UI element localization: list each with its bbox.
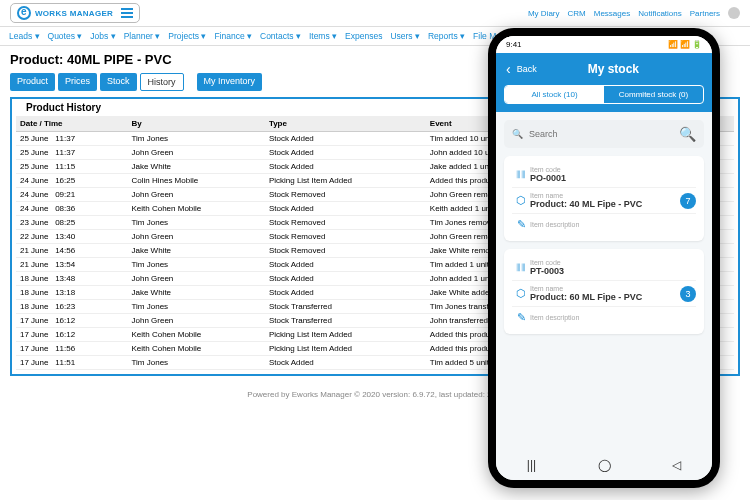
menu-item[interactable]: Finance ▾ — [211, 29, 255, 43]
link-crm[interactable]: CRM — [568, 9, 586, 18]
box-icon: ⬡ — [512, 287, 530, 300]
menu-item[interactable]: Reports ▾ — [425, 29, 468, 43]
menu-item[interactable]: Quotes ▾ — [45, 29, 86, 43]
stock-card[interactable]: ⦀⦀Item codePO-0001⬡Item nameProduct: 40 … — [504, 156, 704, 241]
menu-item[interactable]: Expenses — [342, 29, 385, 43]
link-messages[interactable]: Messages — [594, 9, 630, 18]
stock-card[interactable]: ⦀⦀Item codePT-0003⬡Item nameProduct: 60 … — [504, 249, 704, 334]
search-icon: 🔍 — [512, 129, 523, 139]
phone-navbar: ||| ◯ ◁ — [496, 450, 712, 480]
menu-item[interactable]: Contacts ▾ — [257, 29, 304, 43]
nav-home[interactable]: ◯ — [598, 458, 611, 472]
tab-stock[interactable]: Stock — [100, 73, 137, 91]
back-button[interactable]: ‹ — [506, 61, 511, 77]
col-header: Date / Time — [16, 116, 127, 132]
link-notifications[interactable]: Notifications — [638, 9, 682, 18]
history-title: Product History — [22, 102, 105, 113]
menu-item[interactable]: Items ▾ — [306, 29, 340, 43]
link-partners[interactable]: Partners — [690, 9, 720, 18]
top-links: My Diary CRM Messages Notifications Part… — [528, 7, 740, 19]
seg-all-stock[interactable]: All stock (10) — [505, 86, 604, 103]
logo-text: WORKS MANAGER — [35, 9, 113, 18]
nav-recents[interactable]: ||| — [527, 458, 536, 472]
edit-icon: ✎ — [512, 311, 530, 324]
menu-item[interactable]: Planner ▾ — [121, 29, 164, 43]
phone-mockup: 9:41📶 📶 🔋 ‹ Back My stock All stock (10)… — [488, 28, 720, 488]
col-header: By — [127, 116, 264, 132]
seg-committed[interactable]: Commited stock (0) — [604, 86, 703, 103]
magnify-icon: 🔍 — [679, 126, 696, 142]
search-box[interactable]: 🔍 🔍 — [504, 120, 704, 148]
tab-history[interactable]: History — [140, 73, 184, 91]
menu-item[interactable]: Leads ▾ — [6, 29, 43, 43]
app-title: My stock — [525, 62, 702, 76]
search-input[interactable] — [529, 129, 673, 139]
qty-badge: 7 — [680, 193, 696, 209]
tab-prices[interactable]: Prices — [58, 73, 97, 91]
barcode-icon: ⦀⦀ — [512, 168, 530, 181]
edit-icon: ✎ — [512, 218, 530, 231]
col-header: Type — [265, 116, 426, 132]
avatar[interactable] — [728, 7, 740, 19]
menu-item[interactable]: Jobs ▾ — [87, 29, 118, 43]
menu-icon[interactable] — [121, 8, 133, 18]
tab-my-inventory[interactable]: My Inventory — [197, 73, 263, 91]
link-diary[interactable]: My Diary — [528, 9, 560, 18]
tab-product[interactable]: Product — [10, 73, 55, 91]
menu-item[interactable]: Users ▾ — [387, 29, 423, 43]
qty-badge: 3 — [680, 286, 696, 302]
status-bar: 9:41📶 📶 🔋 — [496, 36, 712, 53]
barcode-icon: ⦀⦀ — [512, 261, 530, 274]
nav-back[interactable]: ◁ — [672, 458, 681, 472]
menu-item[interactable]: Projects ▾ — [165, 29, 209, 43]
logo[interactable]: WORKS MANAGER — [10, 3, 140, 23]
box-icon: ⬡ — [512, 194, 530, 207]
